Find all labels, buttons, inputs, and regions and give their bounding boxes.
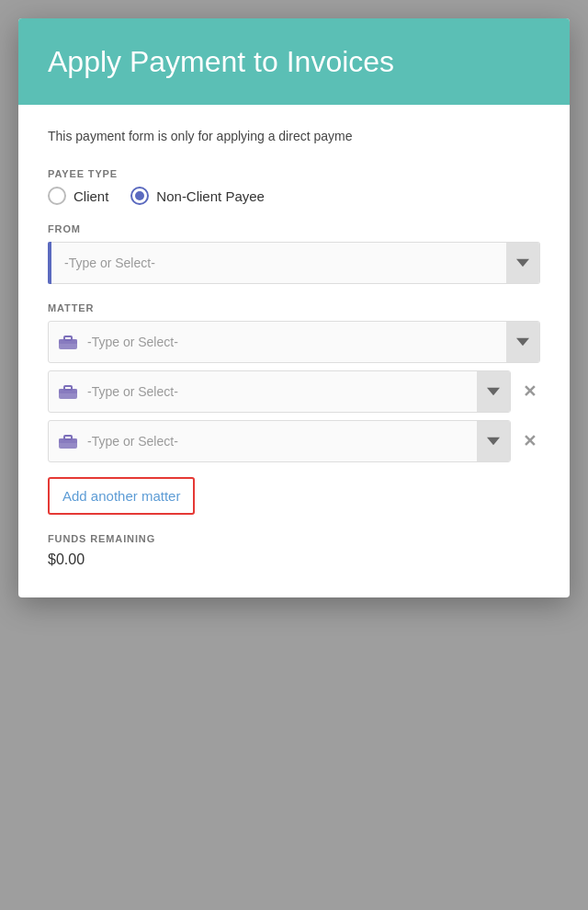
remove-matter-2[interactable]: ✕	[518, 381, 540, 403]
matter-row-1: -Type or Select-	[48, 321, 540, 363]
chevron-down-icon-matter-1	[516, 336, 529, 348]
matter-row-3: -Type or Select- ✕	[48, 420, 540, 462]
briefcase-icon-2	[49, 383, 87, 400]
radio-client[interactable]: Client	[48, 187, 108, 205]
funds-remaining-label: FUNDS REMAINING	[48, 533, 540, 544]
matter-select-2[interactable]: -Type or Select-	[48, 370, 511, 413]
funds-remaining-amount: $0.00	[48, 552, 540, 568]
from-accent-bar	[48, 242, 51, 284]
matter-arrow-2[interactable]	[477, 371, 510, 412]
radio-label-non-client: Non-Client Payee	[156, 188, 265, 204]
radio-non-client[interactable]: Non-Client Payee	[130, 187, 265, 205]
modal-container: Apply Payment to Invoices This payment f…	[18, 18, 570, 597]
add-another-matter-button[interactable]: Add another matter	[48, 477, 195, 515]
svg-rect-8	[59, 438, 77, 443]
payee-type-label: PAYEE TYPE	[48, 168, 540, 179]
modal-body: This payment form is only for applying a…	[18, 105, 570, 597]
chevron-down-icon-matter-2	[487, 385, 500, 398]
radio-circle-client	[48, 187, 66, 205]
from-select-field[interactable]: -Type or Select-	[51, 242, 540, 284]
remove-matter-3[interactable]: ✕	[518, 430, 540, 452]
briefcase-svg-2	[58, 383, 78, 400]
briefcase-icon-3	[49, 433, 87, 449]
matter-select-3[interactable]: -Type or Select-	[48, 420, 511, 462]
radio-label-client: Client	[74, 188, 108, 204]
svg-rect-5	[59, 389, 77, 393]
payee-type-row: Client Non-Client Payee	[48, 187, 540, 205]
briefcase-svg-3	[58, 433, 78, 449]
matter-select-1[interactable]: -Type or Select-	[48, 321, 540, 363]
chevron-down-icon	[516, 256, 529, 269]
matter-arrow-3[interactable]	[477, 421, 510, 461]
matter-text-1: -Type or Select-	[87, 324, 506, 360]
from-label: FROM	[48, 223, 540, 234]
intro-text: This payment form is only for applying a…	[48, 127, 540, 146]
from-select-text: -Type or Select-	[51, 245, 506, 281]
matter-text-3: -Type or Select-	[87, 423, 477, 460]
briefcase-icon-1	[49, 334, 87, 350]
matter-arrow-1[interactable]	[506, 322, 539, 362]
chevron-down-icon-matter-3	[487, 435, 500, 448]
modal-title: Apply Payment to Invoices	[48, 44, 540, 79]
funds-remaining-section: FUNDS REMAINING $0.00	[48, 533, 540, 568]
matter-text-2: -Type or Select-	[87, 373, 477, 410]
matter-row-2: -Type or Select- ✕	[48, 370, 540, 413]
svg-rect-2	[59, 339, 77, 344]
radio-circle-non-client	[130, 187, 149, 205]
briefcase-svg-1	[58, 334, 78, 350]
from-dropdown-arrow[interactable]	[506, 243, 539, 283]
from-field-wrapper: -Type or Select-	[48, 242, 540, 284]
matter-label: MATTER	[48, 302, 540, 313]
modal-header: Apply Payment to Invoices	[18, 18, 570, 105]
